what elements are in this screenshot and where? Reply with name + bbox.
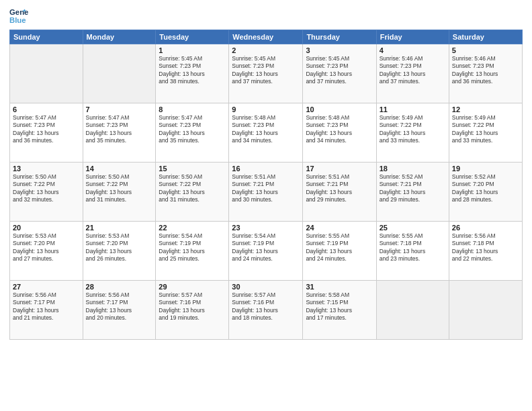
calendar-cell: 23Sunrise: 5:54 AMSunset: 7:19 PMDayligh… [229,222,303,281]
day-detail: Sunrise: 5:47 AMSunset: 7:23 PMDaylight:… [13,114,80,145]
calendar-cell: 22Sunrise: 5:54 AMSunset: 7:19 PMDayligh… [156,222,229,281]
calendar-cell: 2Sunrise: 5:45 AMSunset: 7:23 PMDaylight… [229,44,303,103]
day-number: 13 [13,165,80,173]
calendar-week-3: 20Sunrise: 5:53 AMSunset: 7:20 PMDayligh… [10,222,523,281]
header-wednesday: Wednesday [229,30,303,44]
calendar-cell: 17Sunrise: 5:51 AMSunset: 7:21 PMDayligh… [303,163,376,222]
day-number: 23 [232,224,300,232]
day-number: 20 [13,224,80,232]
header-thursday: Thursday [303,30,376,44]
day-detail: Sunrise: 5:48 AMSunset: 7:23 PMDaylight:… [306,114,373,145]
calendar-cell: 15Sunrise: 5:50 AMSunset: 7:22 PMDayligh… [156,163,229,222]
header-friday: Friday [376,30,449,44]
svg-text:Blue: Blue [9,16,26,24]
day-detail: Sunrise: 5:49 AMSunset: 7:22 PMDaylight:… [380,114,446,145]
day-number: 29 [159,283,226,291]
day-detail: Sunrise: 5:52 AMSunset: 7:21 PMDaylight:… [380,173,446,204]
calendar-cell: 28Sunrise: 5:56 AMSunset: 7:17 PMDayligh… [83,281,156,340]
calendar-cell: 12Sunrise: 5:49 AMSunset: 7:22 PMDayligh… [449,103,522,163]
day-number: 17 [306,165,373,173]
calendar-cell: 8Sunrise: 5:47 AMSunset: 7:23 PMDaylight… [156,103,229,163]
header-saturday: Saturday [449,30,522,44]
day-number: 7 [86,105,153,113]
day-detail: Sunrise: 5:54 AMSunset: 7:19 PMDaylight:… [232,232,300,263]
day-number: 19 [452,165,519,173]
day-detail: Sunrise: 5:51 AMSunset: 7:21 PMDaylight:… [232,173,300,204]
calendar-cell: 30Sunrise: 5:57 AMSunset: 7:16 PMDayligh… [229,281,303,340]
calendar-cell: 13Sunrise: 5:50 AMSunset: 7:22 PMDayligh… [10,163,83,222]
day-number: 24 [306,224,373,232]
calendar-cell [376,281,449,340]
day-number: 21 [86,224,153,232]
day-number: 9 [232,105,300,113]
calendar-cell: 24Sunrise: 5:55 AMSunset: 7:19 PMDayligh… [303,222,376,281]
day-number: 4 [380,46,446,54]
day-number: 12 [452,105,519,113]
day-number: 25 [380,224,446,232]
calendar-cell: 6Sunrise: 5:47 AMSunset: 7:23 PMDaylight… [10,103,83,163]
calendar-week-2: 13Sunrise: 5:50 AMSunset: 7:22 PMDayligh… [10,163,523,222]
day-number: 15 [159,165,226,173]
day-detail: Sunrise: 5:50 AMSunset: 7:22 PMDaylight:… [86,173,153,204]
page-header: General Blue [9,7,523,26]
day-number: 14 [86,165,153,173]
calendar-cell: 26Sunrise: 5:56 AMSunset: 7:18 PMDayligh… [449,222,522,281]
calendar-cell: 10Sunrise: 5:48 AMSunset: 7:23 PMDayligh… [303,103,376,163]
day-detail: Sunrise: 5:56 AMSunset: 7:17 PMDaylight:… [13,291,80,322]
day-number: 5 [452,46,519,54]
header-monday: Monday [83,30,156,44]
day-number: 22 [159,224,226,232]
calendar-cell: 4Sunrise: 5:46 AMSunset: 7:23 PMDaylight… [376,44,449,103]
day-detail: Sunrise: 5:46 AMSunset: 7:23 PMDaylight:… [380,55,446,86]
day-number: 11 [380,105,446,113]
day-number: 18 [380,165,446,173]
svg-text:General: General [9,8,28,16]
day-number: 31 [306,283,373,291]
calendar-cell: 14Sunrise: 5:50 AMSunset: 7:22 PMDayligh… [83,163,156,222]
calendar-cell [449,281,522,340]
calendar-cell [10,44,83,103]
calendar-cell: 20Sunrise: 5:53 AMSunset: 7:20 PMDayligh… [10,222,83,281]
day-detail: Sunrise: 5:56 AMSunset: 7:17 PMDaylight:… [86,291,153,322]
calendar-cell: 25Sunrise: 5:55 AMSunset: 7:18 PMDayligh… [376,222,449,281]
logo: General Blue [9,7,28,26]
day-number: 2 [232,46,300,54]
day-detail: Sunrise: 5:47 AMSunset: 7:23 PMDaylight:… [159,114,226,145]
calendar-cell [83,44,156,103]
day-detail: Sunrise: 5:57 AMSunset: 7:16 PMDaylight:… [232,291,300,322]
day-detail: Sunrise: 5:55 AMSunset: 7:19 PMDaylight:… [306,232,373,263]
day-detail: Sunrise: 5:55 AMSunset: 7:18 PMDaylight:… [380,232,446,263]
day-detail: Sunrise: 5:57 AMSunset: 7:16 PMDaylight:… [159,291,226,322]
day-detail: Sunrise: 5:52 AMSunset: 7:20 PMDaylight:… [452,173,519,204]
calendar-week-1: 6Sunrise: 5:47 AMSunset: 7:23 PMDaylight… [10,103,523,163]
day-number: 3 [306,46,373,54]
day-number: 28 [86,283,153,291]
calendar-header-row: SundayMondayTuesdayWednesdayThursdayFrid… [10,30,523,44]
day-number: 10 [306,105,373,113]
day-detail: Sunrise: 5:51 AMSunset: 7:21 PMDaylight:… [306,173,373,204]
calendar-table: SundayMondayTuesdayWednesdayThursdayFrid… [9,30,523,340]
header-sunday: Sunday [10,30,83,44]
day-detail: Sunrise: 5:53 AMSunset: 7:20 PMDaylight:… [86,232,153,263]
day-detail: Sunrise: 5:54 AMSunset: 7:19 PMDaylight:… [159,232,226,263]
logo-icon: General Blue [9,7,28,26]
day-number: 27 [13,283,80,291]
day-detail: Sunrise: 5:45 AMSunset: 7:23 PMDaylight:… [306,55,373,86]
day-detail: Sunrise: 5:47 AMSunset: 7:23 PMDaylight:… [86,114,153,145]
calendar-week-0: 1Sunrise: 5:45 AMSunset: 7:23 PMDaylight… [10,44,523,103]
calendar-cell: 29Sunrise: 5:57 AMSunset: 7:16 PMDayligh… [156,281,229,340]
calendar-cell: 9Sunrise: 5:48 AMSunset: 7:23 PMDaylight… [229,103,303,163]
day-number: 1 [159,46,226,54]
calendar-cell: 31Sunrise: 5:58 AMSunset: 7:15 PMDayligh… [303,281,376,340]
calendar-cell: 16Sunrise: 5:51 AMSunset: 7:21 PMDayligh… [229,163,303,222]
day-number: 26 [452,224,519,232]
header-tuesday: Tuesday [156,30,229,44]
day-number: 16 [232,165,300,173]
calendar-cell: 7Sunrise: 5:47 AMSunset: 7:23 PMDaylight… [83,103,156,163]
calendar-cell: 5Sunrise: 5:46 AMSunset: 7:23 PMDaylight… [449,44,522,103]
day-detail: Sunrise: 5:49 AMSunset: 7:22 PMDaylight:… [452,114,519,145]
day-detail: Sunrise: 5:56 AMSunset: 7:18 PMDaylight:… [452,232,519,263]
day-detail: Sunrise: 5:46 AMSunset: 7:23 PMDaylight:… [452,55,519,86]
calendar-cell: 11Sunrise: 5:49 AMSunset: 7:22 PMDayligh… [376,103,449,163]
day-detail: Sunrise: 5:45 AMSunset: 7:23 PMDaylight:… [232,55,300,86]
